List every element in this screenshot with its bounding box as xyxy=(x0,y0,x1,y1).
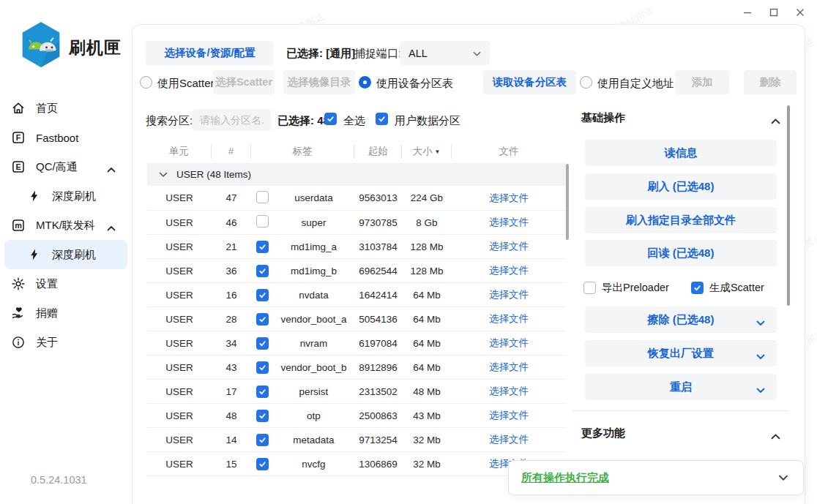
choose-file-button[interactable]: 选择文件 xyxy=(489,217,529,227)
sidebar-item-fastboot[interactable]: F Fastboot xyxy=(0,123,132,152)
status-message[interactable]: 所有操作执行完成 xyxy=(521,471,609,485)
col-size[interactable]: 大小▼ xyxy=(402,144,452,159)
row-checkbox[interactable] xyxy=(256,289,269,301)
size-cell: 128 Mb xyxy=(402,266,452,277)
close-button[interactable] xyxy=(794,6,807,19)
label-cell: md1img_a xyxy=(273,241,354,252)
userdata-partition-checkbox[interactable] xyxy=(376,113,388,125)
label-cell: vendor_boot_a xyxy=(273,314,354,325)
erase-selected-button[interactable]: 擦除 (已选48) xyxy=(585,306,777,333)
row-checkbox[interactable] xyxy=(256,361,269,374)
select-scatter-button[interactable]: 选择Scatter xyxy=(213,70,275,94)
partition-row[interactable]: USER 14 metadata 9713254 32 Mb 选择文件 xyxy=(147,427,566,451)
partition-row[interactable]: USER 48 otp 2500863 43 Mb 选择文件 xyxy=(147,403,566,427)
chevron-up-icon[interactable] xyxy=(771,114,780,127)
col-label[interactable]: 标签 xyxy=(251,144,354,159)
partition-row[interactable]: USER 28 vendor_boot_a 5054136 64 Mb 选择文件 xyxy=(147,306,566,331)
flash-selected-button[interactable]: 刷入 (已选48) xyxy=(585,173,777,200)
maximize-button[interactable] xyxy=(767,6,780,19)
export-preloader-label: 导出Preloader xyxy=(602,281,669,295)
sidebar-item-mtk-deep-flash[interactable]: 深度刷机 xyxy=(4,240,127,269)
start-cell: 1642414 xyxy=(354,290,402,301)
panel-scrollbar[interactable] xyxy=(787,105,790,306)
col-start[interactable]: 起始 xyxy=(354,144,402,159)
export-preloader-checkbox[interactable] xyxy=(583,282,596,294)
choose-file-button[interactable]: 选择文件 xyxy=(489,410,529,421)
minimize-button[interactable] xyxy=(741,6,754,19)
select-all-checkbox[interactable] xyxy=(324,113,337,125)
add-button[interactable]: 添加 xyxy=(675,70,729,94)
size-cell: 32 Mb xyxy=(402,435,452,445)
row-checkbox[interactable] xyxy=(256,434,269,446)
search-input[interactable] xyxy=(193,109,271,131)
delete-button[interactable]: 删除 xyxy=(744,70,797,94)
partition-row[interactable]: USER 36 md1img_b 6962544 128 Mb 选择文件 xyxy=(147,258,566,282)
row-checkbox[interactable] xyxy=(256,385,269,398)
chevron-up-icon[interactable] xyxy=(771,429,780,443)
choose-file-button[interactable]: 选择文件 xyxy=(489,434,529,445)
choose-file-button[interactable]: 选择文件 xyxy=(489,192,529,203)
use-scatter-radio[interactable] xyxy=(140,76,152,89)
partition-row[interactable]: USER 17 persist 2313502 48 Mb 选择文件 xyxy=(147,379,566,403)
col-unit[interactable]: 单元 xyxy=(147,144,212,159)
row-checkbox[interactable] xyxy=(256,458,269,470)
readback-selected-button[interactable]: 回读 (已选48) xyxy=(585,240,777,266)
row-checkbox[interactable] xyxy=(256,337,269,350)
unit-cell: USER xyxy=(147,266,212,277)
gen-scatter-checkbox[interactable] xyxy=(691,282,704,294)
col-file[interactable]: 文件 xyxy=(452,144,566,159)
num-cell: 16 xyxy=(212,290,251,301)
main-panel: 选择设备/资源/配置 已选择: [通用] 捕捉端口: ALL 使用Scatter… xyxy=(132,24,805,504)
sidebar-item-about[interactable]: 关于 xyxy=(0,328,132,357)
label-cell: userdata xyxy=(273,192,354,203)
read-info-button[interactable]: 读信息 xyxy=(585,140,777,166)
partition-row[interactable]: USER 46 super 9730785 8 Gb 选择文件 xyxy=(147,210,566,234)
donate-hand-heart-icon xyxy=(10,305,26,321)
partition-row[interactable]: USER 21 md1img_a 3103784 128 Mb 选择文件 xyxy=(147,234,566,258)
row-checkbox[interactable] xyxy=(256,410,269,422)
start-cell: 1306869 xyxy=(354,459,402,470)
table-group-row[interactable]: USER (48 Items) xyxy=(147,163,566,186)
svg-text:E: E xyxy=(15,162,20,171)
row-checkbox[interactable] xyxy=(256,313,269,326)
partition-row[interactable]: USER 43 vendor_boot_b 8912896 64 Mb 选择文件 xyxy=(147,355,566,379)
choose-file-button[interactable]: 选择文件 xyxy=(489,313,529,324)
choose-file-button[interactable]: 选择文件 xyxy=(489,241,529,252)
sidebar-item-donate[interactable]: 捐赠 xyxy=(0,298,132,328)
table-scrollbar[interactable] xyxy=(566,164,569,240)
sidebar-item-home[interactable]: 首页 xyxy=(0,94,132,123)
choose-file-button[interactable]: 选择文件 xyxy=(489,265,529,276)
use-device-table-radio[interactable] xyxy=(359,76,371,89)
sidebar-item-qualcomm-deep-flash[interactable]: 深度刷机 xyxy=(0,181,132,211)
choose-file-button[interactable]: 选择文件 xyxy=(489,289,529,300)
sidebar-item-qualcomm[interactable]: E QC/高通 xyxy=(0,152,132,181)
flash-dir-all-button[interactable]: 刷入指定目录全部文件 xyxy=(585,207,777,233)
choose-file-button[interactable]: 选择文件 xyxy=(489,337,529,348)
basic-ops-title: 基础操作 xyxy=(581,111,625,125)
chevron-down-icon[interactable] xyxy=(778,471,788,484)
size-cell: 32 Mb xyxy=(402,459,452,470)
gear-icon xyxy=(10,276,26,292)
row-checkbox[interactable] xyxy=(256,191,269,203)
select-device-button[interactable]: 选择设备/资源/配置 xyxy=(146,41,274,65)
partition-row[interactable]: USER 16 nvdata 1642414 64 Mb 选择文件 xyxy=(147,282,566,306)
reboot-button[interactable]: 重启 xyxy=(585,374,777,400)
choose-file-button[interactable]: 选择文件 xyxy=(489,385,529,396)
choose-file-button[interactable]: 选择文件 xyxy=(489,361,529,372)
read-device-table-button[interactable]: 读取设备分区表 xyxy=(483,70,576,94)
row-checkbox[interactable] xyxy=(256,241,269,253)
partition-row[interactable]: USER 47 userdata 9563013 224 Gb 选择文件 xyxy=(147,186,566,210)
col-num[interactable]: # xyxy=(212,144,251,159)
sidebar-item-mtk[interactable]: m MTK/联发科 xyxy=(0,211,132,240)
sidebar-item-settings[interactable]: 设置 xyxy=(0,269,132,298)
num-cell: 43 xyxy=(212,362,251,373)
port-select[interactable]: ALL xyxy=(400,41,490,65)
row-checkbox[interactable] xyxy=(256,265,269,277)
partition-row[interactable]: USER 15 nvcfg 1306869 32 Mb 选择文件 xyxy=(147,451,566,475)
row-checkbox[interactable] xyxy=(256,215,269,227)
table-header: 单元 # 标签 起始 大小▼ 文件 xyxy=(147,140,566,163)
partition-row[interactable]: USER 34 nvram 6197084 64 Mb 选择文件 xyxy=(147,331,566,355)
select-image-dir-button[interactable]: 选择镜像目录 xyxy=(283,70,355,94)
factory-reset-button[interactable]: 恢复出厂设置 xyxy=(585,340,777,366)
use-custom-addr-radio[interactable] xyxy=(580,76,592,89)
